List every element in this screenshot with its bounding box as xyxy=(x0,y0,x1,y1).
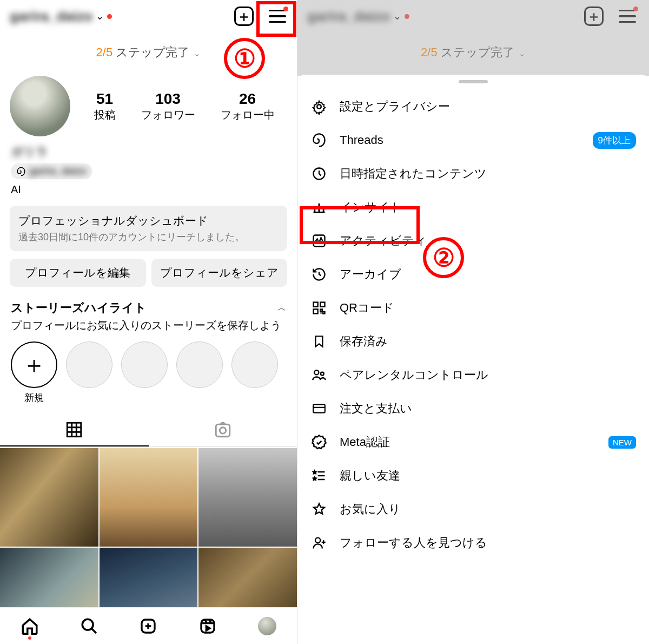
people-icon xyxy=(310,366,328,384)
star-icon xyxy=(310,501,328,518)
menu-threads[interactable]: Threads 9件以上 xyxy=(297,123,649,157)
annotation-box-2 xyxy=(300,206,420,244)
nav-create[interactable] xyxy=(139,617,157,635)
highlight-placeholder xyxy=(66,341,112,388)
card-icon xyxy=(310,400,328,417)
menu-sheet: 設定とプライバシー Threads 9件以上 日時指定されたコンテンツ インサイ… xyxy=(297,75,649,644)
highlight-new[interactable]: ＋ 新規 xyxy=(11,341,57,404)
highlights-header[interactable]: ストーリーズハイライト ︿ xyxy=(0,297,297,318)
add-person-icon xyxy=(310,534,328,551)
threads-icon xyxy=(310,132,328,149)
settings-icon xyxy=(310,98,328,115)
threads-icon xyxy=(16,167,26,176)
plus-box-icon xyxy=(140,617,157,635)
home-icon xyxy=(21,617,39,635)
reels-icon xyxy=(199,617,216,635)
dim-overlay xyxy=(297,0,649,76)
new-badge: NEW xyxy=(608,436,636,449)
post-thumbnail[interactable] xyxy=(100,448,198,547)
highlight-placeholder xyxy=(231,341,278,388)
svg-rect-14 xyxy=(313,404,325,412)
svg-point-15 xyxy=(315,538,320,543)
avatar-icon xyxy=(258,617,276,635)
bio-section: ガリラ garira_daizo AI xyxy=(0,142,297,203)
menu-archive[interactable]: アーカイブ xyxy=(297,258,649,291)
menu-orders[interactable]: 注文と支払い xyxy=(297,392,649,425)
plus-icon: ＋ xyxy=(11,341,57,388)
stat-posts[interactable]: 51 投稿 xyxy=(94,90,116,122)
svg-rect-11 xyxy=(314,309,318,313)
menu-discover[interactable]: フォローする人を見つける xyxy=(297,526,649,560)
verified-icon xyxy=(310,433,328,451)
menu-settings[interactable]: 設定とプライバシー xyxy=(297,90,649,123)
nav-home[interactable] xyxy=(21,617,39,635)
threads-link[interactable]: garira_daizo xyxy=(11,163,92,179)
post-thumbnail[interactable] xyxy=(198,448,297,547)
menu-favorites[interactable]: お気に入り xyxy=(297,492,649,526)
tagged-icon xyxy=(214,420,232,439)
username-switcher[interactable]: garira_daizo ⌄ xyxy=(10,8,112,25)
step-count: 2/5 xyxy=(96,45,113,59)
archive-icon xyxy=(310,266,328,283)
edit-profile-button[interactable]: プロフィールを編集 xyxy=(10,259,146,287)
chevron-down-icon: ⌄ xyxy=(96,10,104,22)
svg-point-6 xyxy=(317,104,321,109)
display-name: ガリラ xyxy=(11,144,286,160)
notification-dot-icon xyxy=(107,14,112,19)
chevron-up-icon: ︿ xyxy=(277,303,286,314)
share-profile-button[interactable]: プロフィールをシェア xyxy=(151,259,288,287)
notification-dot-icon xyxy=(28,636,31,640)
annotation-box-1 xyxy=(256,1,296,37)
pro-dashboard-card[interactable]: プロフェッショナルダッシュボード 過去30日間に10件のアカウントにリーチしまし… xyxy=(10,206,287,251)
stat-following[interactable]: 26 フォロー中 xyxy=(221,90,275,122)
stat-followers[interactable]: 103 フォロワー xyxy=(141,90,195,122)
svg-point-2 xyxy=(220,428,226,433)
create-button[interactable]: ＋ xyxy=(232,4,256,28)
profile-header: garira_daizo ⌄ ＋ xyxy=(0,0,297,32)
username: garira_daizo xyxy=(10,8,92,25)
svg-point-3 xyxy=(82,619,93,630)
svg-rect-9 xyxy=(314,303,318,307)
tab-grid[interactable] xyxy=(0,414,149,446)
menu-meta-verified[interactable]: Meta認証 NEW xyxy=(297,425,649,459)
menu-close-friends[interactable]: 親しい友達 xyxy=(297,459,649,492)
post-thumbnail[interactable] xyxy=(0,448,98,547)
svg-point-12 xyxy=(314,370,319,374)
threads-badge: 9件以上 xyxy=(593,132,636,149)
svg-rect-10 xyxy=(320,303,325,307)
bio-text: AI xyxy=(11,183,286,196)
nav-reels[interactable] xyxy=(198,617,217,635)
svg-rect-0 xyxy=(68,423,82,437)
star-list-icon xyxy=(310,467,328,484)
annotation-marker-2: ② xyxy=(423,237,464,278)
bookmark-icon xyxy=(310,333,328,350)
bottom-nav xyxy=(0,607,297,644)
menu-saved[interactable]: 保存済み xyxy=(297,325,649,358)
grid-icon xyxy=(65,420,83,439)
highlight-placeholder xyxy=(121,341,168,388)
menu-parental[interactable]: ペアレンタルコントロール xyxy=(297,358,649,392)
nav-search[interactable] xyxy=(80,617,98,635)
menu-qr[interactable]: QRコード xyxy=(297,291,649,325)
menu-scheduled[interactable]: 日時指定されたコンテンツ xyxy=(297,157,649,190)
nav-profile[interactable] xyxy=(258,617,276,635)
qr-icon xyxy=(310,299,328,317)
svg-point-13 xyxy=(321,372,324,376)
plus-box-icon: ＋ xyxy=(234,6,254,26)
svg-rect-1 xyxy=(216,424,230,437)
chevron-down-icon: ⌄ xyxy=(194,49,201,58)
highlight-placeholder xyxy=(176,341,223,388)
tab-tagged[interactable] xyxy=(149,414,297,446)
profile-avatar[interactable] xyxy=(10,76,70,136)
search-icon xyxy=(80,617,98,635)
highlights-subtext: プロフィールにお気に入りのストーリーズを保存しよう xyxy=(0,318,297,338)
sheet-handle[interactable] xyxy=(459,80,488,83)
annotation-marker-1: ① xyxy=(224,38,265,79)
clock-icon xyxy=(310,165,328,182)
